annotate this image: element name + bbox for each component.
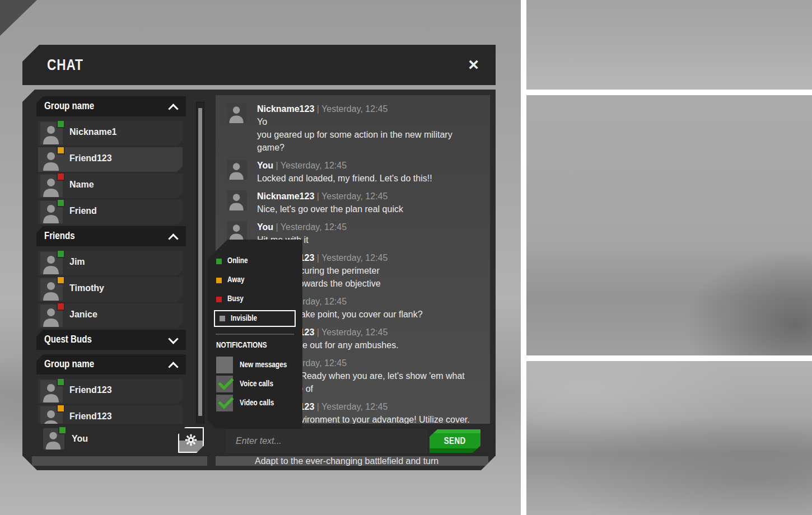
- status-option-away[interactable]: Away: [207, 271, 302, 290]
- chat-message: Nickname123 | Yesterday, 12:45Yo you gea…: [227, 103, 484, 154]
- status-option-busy[interactable]: Busy: [207, 290, 302, 309]
- toggle-label: Voice calls: [240, 379, 273, 388]
- message-body: Nickname123 | Yesterday, 12:45Yo you gea…: [257, 103, 484, 154]
- status-color-square: [216, 278, 222, 283]
- gear-icon: [184, 433, 198, 447]
- group-header-friends[interactable]: Friends: [36, 226, 186, 246]
- send-button-label: SEND: [444, 436, 466, 446]
- message-author: Nickname123: [257, 191, 314, 201]
- status-color-square: [220, 316, 225, 321]
- chevron-down-icon: [168, 334, 178, 344]
- group-header-group-name[interactable]: Group name: [36, 96, 186, 116]
- friend-name: Janice: [69, 310, 97, 320]
- status-dropdown-menu: OnlineAwayBusyInvisible NOTIFICATIONS Ne…: [207, 240, 302, 429]
- chevron-up-icon: [168, 362, 178, 372]
- message-text: Locked and loaded, my friend. Let's do t…: [257, 172, 484, 185]
- message-overflow-line: Adapt to the ever-changing battlefield a…: [216, 456, 488, 466]
- status-option-invisible[interactable]: Invisible: [214, 310, 296, 327]
- friend-row-name[interactable]: Name: [38, 174, 183, 198]
- self-name: You: [72, 434, 88, 444]
- checkbox[interactable]: [216, 376, 233, 392]
- avatar: [40, 278, 63, 301]
- message-text: Nice, let's go over the plan real quick: [257, 203, 484, 216]
- avatar: [40, 380, 63, 402]
- toggle-video-calls[interactable]: Video calls: [207, 394, 302, 413]
- avatar: [43, 428, 64, 450]
- friend-row-friend[interactable]: Friend: [38, 200, 183, 224]
- status-color-square: [216, 297, 222, 302]
- message-text: Yo you geared up for some action in the …: [257, 115, 484, 154]
- friends-panel-footer: [32, 456, 207, 466]
- background-art-achievement: ★ ACHIEVEMENT UNLOCKED ACHIEVEMENT NAME: [526, 0, 812, 90]
- close-icon[interactable]: ×: [468, 55, 479, 73]
- separator: |: [273, 161, 281, 170]
- group-header-group-name[interactable]: Group name: [36, 354, 186, 374]
- friend-name: Name: [69, 180, 94, 190]
- status-indicator: [57, 404, 65, 413]
- status-indicator: [57, 199, 65, 207]
- friend-row-nickname1[interactable]: Nickname1: [38, 121, 183, 146]
- scrollbar-thumb[interactable]: [198, 108, 202, 416]
- message-header: Nickname123 | Yesterday, 12:45: [257, 190, 484, 203]
- avatar: [227, 190, 247, 210]
- chat-window-body: Group nameNickname1Friend123NameFriendFr…: [22, 90, 496, 470]
- avatar: [227, 103, 247, 123]
- message-author: Nickname123: [257, 104, 314, 114]
- friend-name: Friend123: [69, 411, 112, 422]
- group-header-quest-buds[interactable]: Quest Buds: [36, 330, 186, 350]
- settings-gear-button[interactable]: [178, 427, 204, 453]
- avatar: [227, 221, 247, 241]
- avatar: [227, 160, 247, 180]
- friend-row-jim[interactable]: Jim: [38, 251, 183, 275]
- status-option-label: Away: [227, 275, 245, 284]
- friend-row-friend123[interactable]: Friend123: [38, 379, 183, 404]
- chat-message: You | Yesterday, 12:45Locked and loaded,…: [227, 160, 484, 185]
- message-time: Yesterday, 12:45: [281, 222, 347, 232]
- checkmark-icon: [218, 374, 234, 390]
- status-indicator: [57, 250, 65, 258]
- status-option-label: Invisible: [231, 313, 257, 322]
- status-indicator: [57, 172, 65, 181]
- friend-name: Timothy: [69, 283, 104, 293]
- message-time: Yesterday, 12:45: [321, 402, 388, 411]
- separator: |: [314, 104, 321, 114]
- friend-name: Friend: [69, 206, 97, 216]
- avatar: [40, 305, 63, 327]
- message-time: Yesterday, 12:45: [281, 161, 347, 170]
- checkbox[interactable]: [216, 357, 233, 373]
- message-header: Nickname123 | Yesterday, 12:45: [257, 103, 484, 115]
- status-indicator: [57, 120, 65, 128]
- background-art-quit: × QUIT? ALL UNSAVED PROGRESS WILL BE LOS…: [526, 361, 812, 515]
- separator: |: [314, 253, 321, 263]
- status-options: OnlineAwayBusyInvisible: [207, 252, 302, 328]
- friend-row-friend123[interactable]: Friend123: [38, 147, 183, 172]
- group-name: Friends: [44, 230, 75, 242]
- avatar: [40, 201, 63, 223]
- status-indicator: [57, 276, 65, 284]
- message-body: Nickname123 | Yesterday, 12:45Nice, let'…: [257, 190, 484, 216]
- status-indicator: [58, 426, 67, 434]
- friend-name: Friend123: [69, 153, 112, 163]
- friend-row-janice[interactable]: Janice: [38, 303, 183, 328]
- chat-window-header: CHAT ×: [22, 45, 496, 85]
- chevron-up-icon: [168, 104, 178, 114]
- message-header: You | Yesterday, 12:45: [257, 221, 484, 233]
- message-header: You | Yesterday, 12:45: [257, 160, 484, 172]
- send-button[interactable]: SEND: [430, 429, 480, 453]
- status-color-square: [216, 259, 222, 264]
- friend-row-timothy[interactable]: Timothy: [38, 277, 183, 302]
- toggle-new-messages[interactable]: New messages: [207, 356, 302, 375]
- chat-title: CHAT: [47, 57, 83, 74]
- toggle-voice-calls[interactable]: Voice calls: [207, 375, 302, 394]
- status-option-online[interactable]: Online: [207, 252, 302, 271]
- separator: |: [314, 191, 321, 201]
- toggle-label: New messages: [240, 360, 287, 369]
- message-time: Yesterday, 12:45: [321, 104, 388, 114]
- group-name: Group name: [44, 358, 94, 370]
- message-time: Yesterday, 12:45: [321, 327, 388, 337]
- checkbox[interactable]: [216, 395, 233, 411]
- background-corner-shape: [0, 0, 37, 36]
- friends-scrollbar[interactable]: [196, 102, 204, 429]
- message-input[interactable]: [226, 429, 427, 453]
- status-indicator: [57, 146, 65, 154]
